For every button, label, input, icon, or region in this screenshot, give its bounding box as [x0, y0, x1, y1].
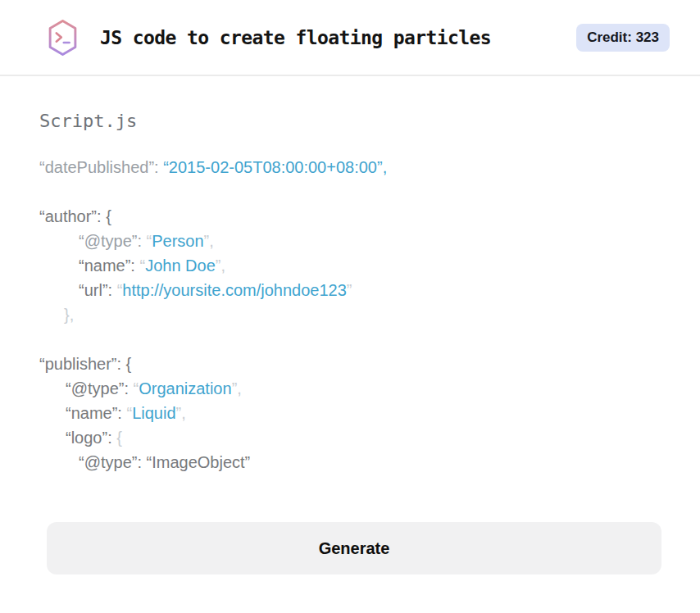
- code-line-author-open: “author”: {: [39, 204, 700, 229]
- code-line-blank: [39, 327, 700, 352]
- code-line-author-url: “url”: “http://yoursite.com/johndoe123”: [39, 278, 700, 302]
- json-value: “2015-02-05T08:00:00+08:00”,: [163, 158, 387, 176]
- json-key: “datePublished”:: [39, 158, 163, 176]
- json-punctuation: {: [116, 429, 122, 447]
- app-header: JS code to create floating particles Cre…: [0, 0, 700, 76]
- json-quote: ”,: [176, 404, 186, 422]
- code-line-logo-type: “@type”: “ImageObject”: [39, 450, 700, 475]
- json-key: “url”:: [79, 281, 117, 299]
- credit-badge: Credit: 323: [576, 24, 670, 52]
- json-value: John Doe: [145, 257, 216, 275]
- json-key: “@type”:: [66, 379, 134, 397]
- code-line-author-close: },: [39, 302, 700, 327]
- json-key: “@type”:: [79, 232, 147, 250]
- json-key: “@type”: “ImageObject”: [79, 453, 250, 471]
- json-quote: ”,: [216, 257, 225, 275]
- json-value: http://yoursite.com/johndoe123: [122, 281, 347, 299]
- page-title: JS code to create floating particles: [100, 27, 491, 48]
- terminal-hexagon-icon: [46, 19, 80, 57]
- json-quote: ”,: [204, 232, 214, 250]
- code-line-publisher-type: “@type”: “Organization”,: [39, 376, 700, 401]
- json-punctuation: },: [64, 306, 74, 324]
- code-line-logo-open: “logo”: {: [39, 425, 700, 450]
- json-quote: ”: [347, 281, 352, 299]
- script-filename: Script.js: [39, 111, 700, 132]
- code-line-date-published: “datePublished”: “2015-02-05T08:00:00+08…: [39, 155, 700, 179]
- json-key: “logo”:: [66, 429, 116, 447]
- json-value: Person: [152, 232, 203, 250]
- json-quote: ”,: [232, 379, 242, 397]
- code-line-author-name: “name”: “John Doe”,: [39, 253, 700, 278]
- code-line-author-type: “@type”: “Person”,: [39, 229, 700, 253]
- json-key: “publisher”: {: [39, 355, 131, 373]
- generate-button[interactable]: Generate: [47, 522, 661, 574]
- json-key: “author”: {: [39, 207, 111, 225]
- code-line-blank: [39, 179, 700, 204]
- json-value: Liquid: [132, 404, 175, 422]
- json-key: “name”:: [79, 257, 139, 275]
- code-line-publisher-name: “name”: “Liquid”,: [39, 401, 700, 425]
- code-block: “datePublished”: “2015-02-05T08:00:00+08…: [39, 155, 700, 475]
- json-value: Organization: [139, 379, 231, 397]
- json-key: “name”:: [66, 404, 126, 422]
- code-line-publisher-open: “publisher”: {: [39, 352, 700, 376]
